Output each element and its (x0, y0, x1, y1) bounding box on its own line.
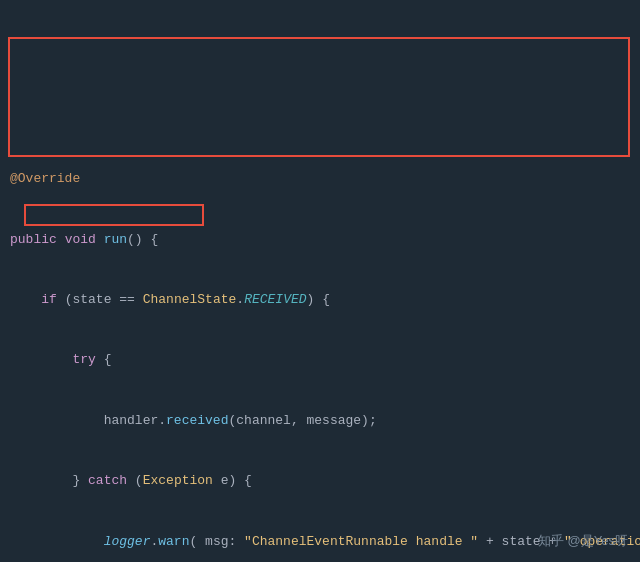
line-3: if (state == ChannelState.RECEIVED) { (0, 290, 640, 310)
line-2: public void run() { (0, 230, 640, 250)
line-4: try { (0, 350, 640, 370)
watermark: 知乎 @是Yes呀 (538, 532, 628, 550)
line-1: @Override (0, 169, 640, 189)
line-5: handler.received(channel, message); (0, 411, 640, 431)
line-6: } catch (Exception e) { (0, 471, 640, 491)
code-block: @Override public void run() { if (state … (0, 0, 640, 562)
